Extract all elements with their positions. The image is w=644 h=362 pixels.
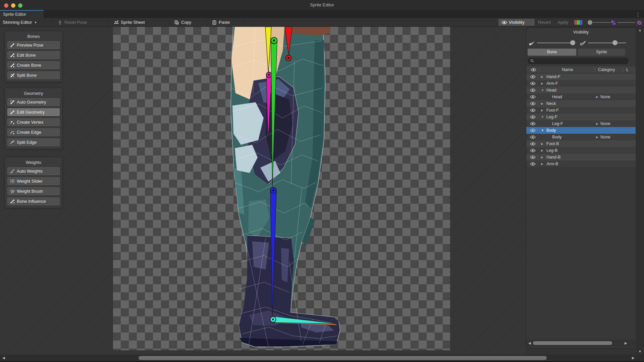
canvas-vertical-scrollbar[interactable]: ▲ ▼ xyxy=(636,27,644,355)
visibility-eye-icon[interactable] xyxy=(530,95,537,99)
scroll-down-icon[interactable]: ▼ xyxy=(636,350,644,353)
visibility-eye-icon[interactable] xyxy=(530,148,537,153)
bone-row-head[interactable]: ▼Head xyxy=(526,87,636,94)
visibility-eye-icon[interactable] xyxy=(530,135,537,139)
create-bone-button[interactable]: Create Bone xyxy=(7,61,60,69)
sprite-opacity-knob[interactable] xyxy=(612,40,618,45)
column-category[interactable]: Category xyxy=(598,67,615,72)
bone-row-leg-b[interactable]: ▶Leg-B xyxy=(526,147,636,154)
category-cell[interactable]: ▶None xyxy=(596,95,610,99)
paste-button[interactable]: Paste xyxy=(212,18,230,26)
sprite-canvas[interactable] xyxy=(0,27,526,355)
canvas-scroll-thumb[interactable] xyxy=(139,356,547,360)
expander-icon[interactable]: ▼ xyxy=(541,115,546,119)
visibility-eye-icon[interactable] xyxy=(530,115,537,119)
bone-row-arm-f[interactable]: ▶Arm-F xyxy=(526,80,636,87)
expander-icon[interactable]: ▼ xyxy=(541,129,546,132)
split-bone-button[interactable]: Split Bone xyxy=(7,71,60,79)
visibility-toggle-button[interactable]: Visibility xyxy=(498,19,535,26)
visibility-eye-icon[interactable] xyxy=(530,88,537,92)
create-edge-button[interactable]: Create Edge xyxy=(7,128,60,136)
preview-pose-button[interactable]: Preview Pose xyxy=(7,41,60,49)
reset-pose-button[interactable]: Reset Pose xyxy=(58,18,87,26)
expander-icon[interactable]: ▶ xyxy=(541,102,546,105)
scroll-left-icon[interactable]: ◀ xyxy=(2,354,5,362)
column-name[interactable]: Name xyxy=(541,67,594,72)
create-vertex-icon xyxy=(10,120,15,125)
revert-button[interactable]: Revert xyxy=(538,19,551,26)
tab-sprite-editor[interactable]: Sprite Editor xyxy=(0,11,44,18)
bone-opacity-knob[interactable] xyxy=(570,40,575,45)
split-edge-button[interactable]: Split Edge xyxy=(7,138,60,146)
bone-row-hand-f[interactable]: ▶Hand-F xyxy=(526,73,636,80)
bone-row-neck[interactable]: ▶Neck xyxy=(526,100,636,107)
mip-slider-track-2[interactable] xyxy=(617,22,635,23)
bone-row-leg-f[interactable]: ▼Leg-F xyxy=(526,114,636,120)
panel-scroll-thumb[interactable] xyxy=(533,341,612,345)
auto-geometry-button[interactable]: Auto Geometry xyxy=(7,98,60,106)
panel-title: Bones xyxy=(7,34,60,39)
skinning-editor-dropdown[interactable]: Skinning Editor ▾ xyxy=(3,18,36,26)
expander-icon[interactable]: ▶ xyxy=(541,149,546,152)
visibility-eye-icon[interactable] xyxy=(530,108,537,112)
tab-sprite[interactable]: Sprite xyxy=(578,49,625,56)
canvas-horizontal-scrollbar[interactable]: ◀ ▶ xyxy=(0,355,644,361)
search-input[interactable] xyxy=(536,59,626,63)
visibility-eye-icon[interactable] xyxy=(530,122,537,126)
weight-brush-button[interactable]: Weight Brush xyxy=(7,187,60,195)
sprite-opacity-slider[interactable] xyxy=(588,43,626,43)
auto-weights-button[interactable]: Auto Weights xyxy=(7,167,60,175)
expander-icon[interactable]: ▶ xyxy=(541,109,546,112)
split-edge-icon xyxy=(10,140,15,145)
copy-button[interactable]: Copy xyxy=(174,18,191,26)
scroll-right-icon[interactable]: ▶ xyxy=(632,354,635,362)
category-cell[interactable]: ▶None xyxy=(596,121,610,126)
bone-row-foot-b[interactable]: ▶Foot-B xyxy=(526,140,636,147)
bone-row-foot-f[interactable]: ▶Foot-F xyxy=(526,107,636,114)
kebab-menu-icon[interactable]: ⋮ xyxy=(635,11,641,18)
rgb-channels-button[interactable] xyxy=(574,20,582,25)
bone-row-leg-f-sprite[interactable]: Leg-F▶None xyxy=(526,120,636,127)
tool-button-label: Split Edge xyxy=(17,140,37,145)
expander-icon[interactable]: ▶ xyxy=(541,75,546,78)
weight-slider-button[interactable]: Weight Slider xyxy=(7,177,60,185)
scroll-right-icon[interactable]: ▶ xyxy=(625,340,627,347)
tool-button-label: Weight Slider xyxy=(17,179,43,184)
bone-row-body-sprite[interactable]: Body▶None xyxy=(526,134,636,140)
expander-icon[interactable]: ▶ xyxy=(541,82,546,85)
bone-row-head-sprite[interactable]: Head▶None xyxy=(526,94,636,100)
visibility-eye-icon[interactable] xyxy=(530,128,537,132)
category-cell[interactable]: ▶None xyxy=(596,135,610,139)
bone-row-body[interactable]: ▼Body xyxy=(526,127,636,134)
edit-bone-button[interactable]: Edit Bone xyxy=(7,51,60,59)
panel-horizontal-scrollbar[interactable]: ◀ ▶ xyxy=(526,340,636,347)
expander-icon[interactable]: ▶ xyxy=(541,142,546,145)
bone-row-arm-b[interactable]: ▶Arm-B xyxy=(526,161,636,167)
expander-icon[interactable]: ▶ xyxy=(541,156,546,159)
column-label[interactable]: L xyxy=(626,67,629,72)
create-vertex-button[interactable]: Create Vertex xyxy=(7,118,60,126)
mip-slider-knob[interactable] xyxy=(588,20,592,25)
search-box[interactable] xyxy=(528,58,629,64)
bone-influence-button[interactable]: Bone Influence xyxy=(7,197,60,205)
tool-button-label: Weight Brush xyxy=(17,189,43,194)
bone-opacity-slider[interactable] xyxy=(537,43,575,43)
scroll-left-icon[interactable]: ◀ xyxy=(528,340,531,347)
expander-icon[interactable]: ▶ xyxy=(541,162,546,166)
apply-button[interactable]: Apply xyxy=(557,19,569,26)
visibility-eye-icon[interactable] xyxy=(530,81,537,85)
tab-bone[interactable]: Bone xyxy=(528,49,576,56)
visibility-eye-icon[interactable] xyxy=(530,162,537,166)
eye-column-icon[interactable] xyxy=(531,68,536,73)
row-name: Foot-F xyxy=(546,108,559,113)
visibility-eye-icon[interactable] xyxy=(530,75,537,79)
sprite-sheet-button[interactable]: Sprite Sheet xyxy=(114,18,145,26)
visibility-eye-icon[interactable] xyxy=(530,142,537,146)
expander-icon[interactable]: ▼ xyxy=(541,88,546,92)
visibility-eye-icon[interactable] xyxy=(530,155,537,159)
edit-geometry-button[interactable]: Edit Geometry xyxy=(7,108,60,116)
visibility-eye-icon[interactable] xyxy=(530,102,537,106)
mip-slider-track[interactable] xyxy=(593,22,610,23)
scroll-up-icon[interactable]: ▲ xyxy=(636,28,644,32)
bone-row-hand-b[interactable]: ▶Hand-B xyxy=(526,154,636,161)
